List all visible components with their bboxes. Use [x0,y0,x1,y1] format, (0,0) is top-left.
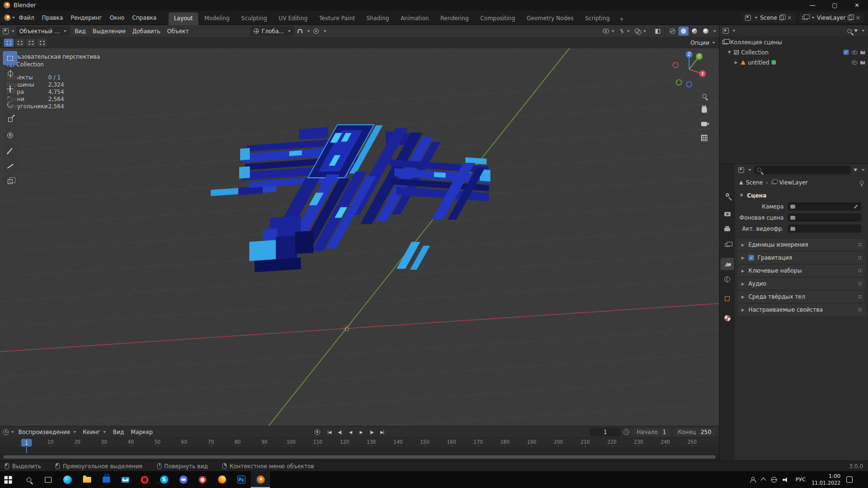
close-button[interactable]: ✕ [846,0,868,11]
taskbar-discord-button[interactable] [174,471,193,488]
property-field[interactable] [788,202,861,211]
tool-scale[interactable] [3,113,17,127]
tool-move[interactable] [3,82,17,96]
timeline-menu-кеинг[interactable]: Кеинг [80,427,109,437]
workspace-tab-scripting[interactable]: Scripting [579,12,615,25]
panel-gravity[interactable]: ▶✓Гравитация [737,252,866,264]
expand-arrow-icon[interactable]: ▼ [727,50,732,54]
outliner-row-collection[interactable]: ▼ Collection ✓ [719,47,868,57]
tool-measure[interactable] [3,159,17,173]
exclude-checkbox[interactable]: ✓ [843,50,849,55]
properties-tab-scene[interactable] [720,258,734,270]
outliner-row-scene-collection[interactable]: Коллекция сцены [719,37,868,47]
remove-viewlayer-button[interactable]: × [854,14,861,21]
new-viewlayer-icon[interactable] [848,15,852,20]
properties-tab-view-layer[interactable] [720,238,734,251]
playback-jump-start-button[interactable]: |◀ [324,428,334,436]
outliner-row-untitled[interactable]: ▶ untitled [719,57,868,67]
auto-keying-button[interactable] [314,429,320,435]
panel-audio[interactable]: ▶Аудио [737,278,866,290]
maximize-button[interactable]: ▢ [824,0,846,11]
taskbar-firefox-button[interactable] [212,471,231,488]
viewport-menu-добавить[interactable]: Добавить [129,26,164,36]
filter-icon[interactable] [854,169,857,171]
pan-button[interactable] [699,105,709,115]
taskbar-task-view-button[interactable] [39,471,58,488]
timeline-editor-icon[interactable] [3,429,9,435]
properties-tab-tool[interactable] [720,188,734,201]
workspace-tab-texture-paint[interactable]: Texture Paint [313,12,361,25]
xray-toggle[interactable] [653,26,662,36]
taskbar-mail-button[interactable] [116,471,135,488]
panel-custom-properties[interactable]: ▶Настраиваемые свойства [737,304,866,316]
chevron-up-icon[interactable] [760,477,766,483]
properties-tab-render[interactable] [720,208,734,220]
workspace-tab-animation[interactable]: Animation [395,12,435,25]
people-icon[interactable] [750,477,756,483]
top-menu-справка[interactable]: Справка [128,13,161,23]
workspace-tab-layout[interactable]: Layout [168,12,199,25]
timeline-menu-маркер[interactable]: Маркер [127,427,156,437]
proportional-editing-toggle[interactable] [312,26,321,36]
clock[interactable]: 1:00 11.01.2022 [812,473,841,487]
shading-material-button[interactable] [690,26,700,36]
search-icon[interactable] [847,29,852,33]
overlays-dropdown[interactable] [633,26,648,36]
workspace-tab-sculpting[interactable]: Sculpting [235,12,273,25]
property-field[interactable] [788,224,861,233]
select-mode-extend-button[interactable] [15,39,25,47]
top-menu-правка[interactable]: Правка [38,13,67,23]
panel-rigid-body-world[interactable]: ▶Среда твёрдых тел [737,291,866,303]
tool-add-cube[interactable] [3,174,17,188]
navigation-gizmo[interactable]: XYZ [671,51,707,88]
timeline-ruler[interactable]: 1 11020304050607080901001101201301401501… [0,437,719,447]
hide-eye-icon[interactable] [852,61,857,65]
scene-selector[interactable]: Scene × [742,13,796,23]
workspace-tab-uv-editing[interactable]: UV Editing [273,12,313,25]
playback-prev-keyframe-button[interactable]: ◀| [335,428,345,436]
workspace-tab-compositing[interactable]: Compositing [475,12,521,25]
snap-options-caret[interactable] [307,30,310,32]
property-field[interactable] [788,213,861,222]
viewport-menu-объект[interactable]: Объект [163,26,192,36]
proportional-options-caret[interactable] [324,30,326,32]
panel-units[interactable]: ▶Единицы измерения [737,239,866,251]
taskbar-skype-button[interactable] [154,471,174,488]
workspace-tab-rendering[interactable]: Rendering [434,12,475,25]
top-menu-рендеринг[interactable]: Рендеринг [67,13,106,23]
timeline-menu-вид[interactable]: Вид [109,427,127,437]
properties-tab-world[interactable] [720,273,734,286]
shading-options-caret[interactable] [713,30,716,32]
voxel-spaceship-object[interactable] [0,48,719,426]
disable-render-icon[interactable] [860,51,865,54]
language-indicator[interactable]: РУС [796,476,806,483]
hide-eye-icon[interactable] [852,51,857,54]
shading-rendered-button[interactable] [701,26,711,36]
snap-toggle[interactable] [296,26,304,36]
frame-end-field[interactable]: Конец 250 [673,428,716,436]
taskbar-search-button[interactable] [19,471,39,488]
minimize-button[interactable]: — [801,0,824,11]
editor-type-icon[interactable] [738,167,744,173]
expand-arrow-icon[interactable]: ▶ [734,60,738,65]
horizontal-scrollbar[interactable] [3,455,716,459]
tool-transform[interactable] [3,128,17,142]
taskbar-start-button[interactable] [0,471,19,488]
filter-icon[interactable] [854,29,858,32]
network-icon[interactable] [771,477,777,483]
new-scene-icon[interactable] [779,15,784,20]
transform-orientation-dropdown[interactable]: Глоба... [250,26,294,36]
properties-tab-material[interactable] [720,312,734,324]
breadcrumb-viewlayer[interactable]: ViewLayer [779,179,808,186]
volume-icon[interactable] [783,477,790,483]
tool-cursor[interactable] [3,66,17,80]
zoom-button[interactable] [699,91,709,101]
playback-play-reverse-button[interactable]: ◀ [345,428,355,436]
gizmos-dropdown[interactable] [617,26,632,36]
viewport-menu-выделение[interactable]: Выделение [89,26,129,36]
workspace-tab-geometry-nodes[interactable]: Geometry Nodes [521,12,579,25]
timeline-track-area[interactable] [0,447,719,453]
timeline-menu-воспроизведение[interactable]: Воспроизведение [15,427,80,437]
tool-options-dropdown[interactable]: Опции [691,40,715,46]
current-frame-field[interactable]: 1 [590,428,621,436]
